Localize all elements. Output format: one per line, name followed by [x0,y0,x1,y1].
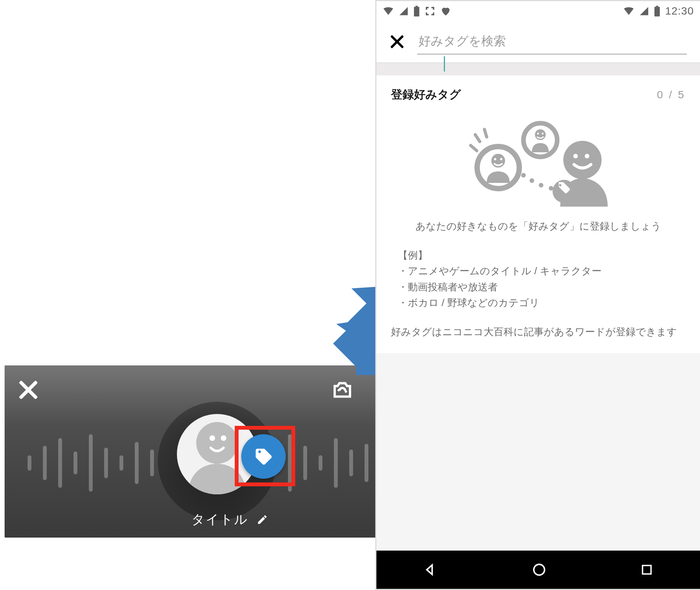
close-icon[interactable] [18,379,39,401]
pencil-icon[interactable] [257,514,268,525]
search-row [376,21,700,63]
highlight-box [235,426,295,486]
svg-line-23 [471,145,477,151]
signal-icon [399,6,409,16]
svg-rect-33 [642,566,651,574]
section-title: 登録好みタグ [391,87,461,103]
signal-icon [639,6,649,16]
svg-point-3 [221,435,226,441]
examples-block: 【例】 アニメやゲームのタイトル / キャラクター 動画投稿者や放送者 ボカロ … [391,248,685,311]
svg-rect-10 [654,7,660,16]
svg-point-2 [209,435,215,441]
svg-rect-8 [414,7,419,16]
svg-point-27 [530,178,534,183]
fullscreen-icon [425,6,435,16]
tag-count: 0 / 5 [657,89,685,101]
svg-rect-11 [656,6,658,7]
divider-bar [376,63,700,75]
nav-home-icon[interactable] [531,562,547,578]
battery-icon [654,6,661,16]
svg-rect-9 [415,6,418,7]
note-text: 好みタグはニコニコ大百科に記事があるワードが登録できます [391,324,685,340]
status-bar: 12:30 [376,1,700,21]
svg-point-29 [549,186,553,191]
wifi-icon [383,5,394,17]
android-nav-bar [376,551,700,589]
example-item: ボカロ / 野球などのカテゴリ [398,295,685,311]
svg-point-14 [494,158,496,160]
svg-point-20 [563,141,602,179]
empty-state-illustration [391,118,685,208]
heart-icon [440,5,451,17]
svg-point-18 [537,133,539,135]
svg-line-24 [475,135,480,142]
broadcast-title-label: タイトル [191,511,248,528]
svg-line-25 [484,129,487,137]
wifi-icon [623,5,635,17]
lead-text: あなたの好きなものを「好みタグ」に登録しましょう [391,218,685,235]
text-cursor [444,56,445,72]
svg-point-31 [559,184,561,186]
tag-search-input[interactable] [417,29,687,55]
phone-screen: 12:30 登録好みタグ 0 / 5 [375,0,700,590]
battery-icon [413,6,420,16]
svg-point-21 [573,154,578,158]
status-time: 12:30 [665,5,694,17]
svg-point-19 [541,133,543,135]
svg-point-22 [585,154,589,158]
svg-point-28 [539,183,543,187]
nav-back-icon[interactable] [423,562,439,578]
svg-point-15 [500,158,502,160]
close-icon[interactable] [389,34,405,49]
nav-recent-icon[interactable] [639,562,654,577]
example-item: アニメやゲームのタイトル / キャラクター [398,263,685,279]
svg-point-1 [196,422,238,464]
svg-point-32 [534,564,545,575]
registered-tags-section: 登録好みタグ 0 / 5 [376,75,700,353]
empty-state-copy: あなたの好きなものを「好みタグ」に登録しましょう 【例】 アニメやゲームのタイト… [391,218,685,340]
examples-header: 【例】 [398,248,685,264]
svg-point-26 [521,173,526,178]
example-item: 動画投稿者や放送者 [398,279,685,295]
